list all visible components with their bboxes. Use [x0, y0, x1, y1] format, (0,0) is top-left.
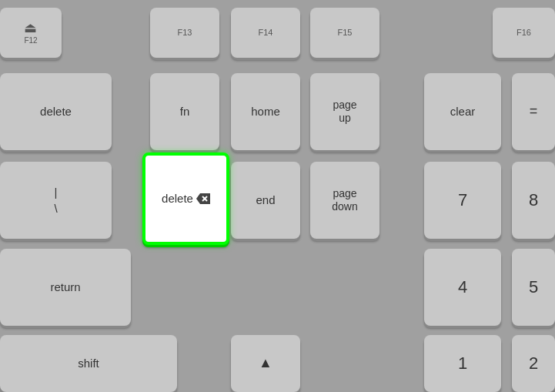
four-label: 4 [458, 277, 467, 297]
up-arrow-label: ▲ [259, 355, 272, 372]
return-label: return [50, 280, 80, 294]
delete-highlighted-key[interactable]: delete [142, 152, 229, 245]
delete-highlighted-label: delete [162, 192, 193, 206]
one-key[interactable]: 1 [424, 335, 501, 392]
two-key[interactable]: 2 [512, 335, 555, 392]
f12-label: F12 [24, 36, 37, 45]
up-arrow-key[interactable]: ▲ [231, 335, 300, 392]
f16-key[interactable]: F16 [493, 8, 555, 58]
fn-key[interactable]: fn [150, 73, 219, 150]
page-up-key[interactable]: pageup [310, 73, 379, 150]
f13-key[interactable]: F13 [150, 8, 219, 58]
delete-key-main[interactable]: delete [0, 73, 112, 150]
end-key[interactable]: end [231, 162, 300, 239]
seven-label: 7 [458, 190, 467, 210]
f14-key[interactable]: F14 [231, 8, 300, 58]
delete-backspace-icon [196, 193, 210, 204]
eject-icon: ⏏ [24, 20, 37, 37]
f16-label: F16 [517, 28, 531, 38]
two-label: 2 [529, 353, 538, 374]
seven-key[interactable]: 7 [424, 162, 501, 239]
home-key[interactable]: home [231, 73, 300, 150]
page-down-label: pagedown [332, 187, 357, 213]
five-key[interactable]: 5 [512, 249, 555, 326]
backslash-key[interactable]: |\ [0, 162, 112, 239]
eight-key[interactable]: 8 [512, 162, 555, 239]
five-label: 5 [529, 277, 538, 297]
shift-key[interactable]: shift [0, 335, 177, 392]
return-key[interactable]: return [0, 249, 131, 326]
one-label: 1 [458, 353, 467, 374]
delete-highlighted-content: delete [162, 192, 210, 206]
delete-main-label: delete [40, 105, 72, 119]
four-key[interactable]: 4 [424, 249, 501, 326]
end-label: end [256, 193, 275, 207]
f15-key[interactable]: F15 [310, 8, 379, 58]
page-down-key[interactable]: pagedown [310, 162, 379, 239]
equals-key[interactable]: = [512, 73, 555, 150]
f14-label: F14 [259, 28, 273, 38]
f13-label: F13 [178, 28, 192, 38]
fn-label: fn [180, 105, 190, 119]
f15-label: F15 [338, 28, 353, 38]
equals-label: = [530, 103, 538, 120]
eight-label: 8 [529, 190, 538, 210]
clear-key[interactable]: clear [424, 73, 501, 150]
keyboard-area: ⏏ F12 F13 F14 F15 F16 delete fn home pag… [0, 0, 555, 392]
clear-label: clear [450, 105, 476, 119]
backslash-label: |\ [54, 184, 57, 216]
f12-key[interactable]: ⏏ F12 [0, 8, 62, 58]
shift-label: shift [78, 357, 99, 370]
svg-marker-0 [196, 193, 210, 204]
page-up-label: pageup [333, 99, 356, 125]
home-label: home [251, 105, 280, 119]
